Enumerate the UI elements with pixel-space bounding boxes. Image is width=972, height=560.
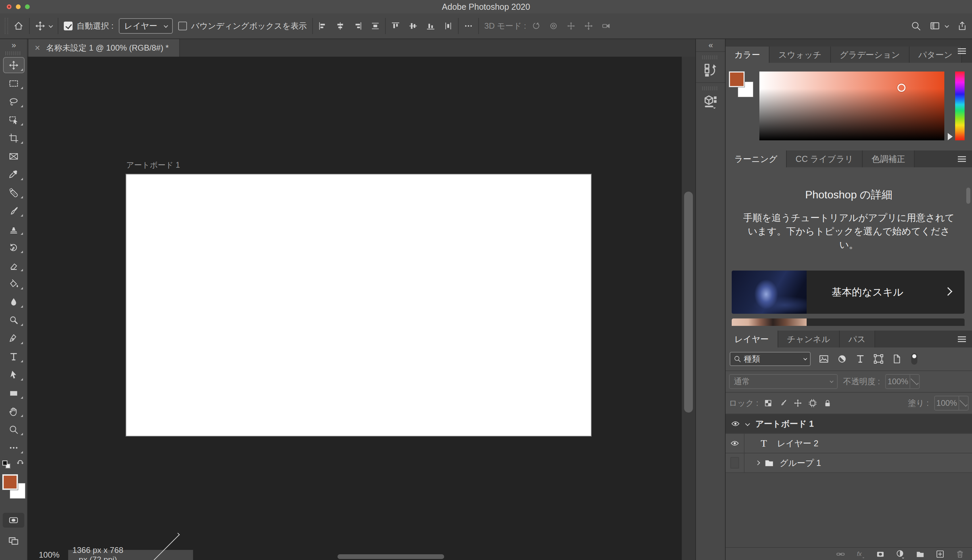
object-selection-tool[interactable] xyxy=(0,111,27,129)
default-colors-icon[interactable] xyxy=(2,460,10,468)
swap-colors-icon[interactable] xyxy=(16,460,25,469)
tab-adjustments[interactable]: 色調補正 xyxy=(863,150,915,167)
tab-paths[interactable]: パス xyxy=(840,331,875,347)
document-tab[interactable]: × 名称未設定 1 @ 100% (RGB/8#) * xyxy=(29,39,180,57)
quick-mask-mode-button[interactable] xyxy=(3,513,24,528)
auto-select-checkbox[interactable] xyxy=(64,22,73,30)
foreground-color-swatch[interactable] xyxy=(729,72,745,87)
vertical-scrollbar[interactable] xyxy=(682,57,695,560)
3d-slide-icon[interactable] xyxy=(584,22,593,30)
layer-filtering-toggle[interactable] xyxy=(911,353,917,365)
hue-slider[interactable] xyxy=(955,72,965,140)
screen-mode-button[interactable] xyxy=(8,535,19,546)
visibility-cell[interactable] xyxy=(726,453,745,472)
show-bounding-box-checkbox[interactable] xyxy=(178,22,187,30)
link-layers-icon[interactable] xyxy=(836,550,845,558)
dodge-tool[interactable] xyxy=(0,311,27,329)
eraser-tool[interactable] xyxy=(0,257,27,275)
vertical-scrollbar-thumb[interactable] xyxy=(684,192,693,413)
brush-tool[interactable] xyxy=(0,202,27,220)
saturation-brightness-field[interactable] xyxy=(759,72,944,140)
tab-swatches[interactable]: スウォッチ xyxy=(770,47,831,63)
visibility-eye-icon[interactable] xyxy=(730,439,739,448)
tab-gradients[interactable]: グラデーション xyxy=(831,47,910,63)
lock-all-icon[interactable] xyxy=(823,399,832,408)
eyedropper-tool[interactable] xyxy=(0,165,27,183)
3d-pan-icon[interactable] xyxy=(567,22,575,30)
horizontal-scrollbar-thumb[interactable] xyxy=(337,554,444,559)
align-vertical-center-icon[interactable] xyxy=(409,22,418,30)
lock-image-pixels-icon[interactable] xyxy=(778,399,787,408)
crop-tool[interactable] xyxy=(0,129,27,147)
filter-smart-objects-icon[interactable] xyxy=(892,354,902,364)
close-window-button[interactable] xyxy=(7,4,12,9)
home-button[interactable] xyxy=(13,21,23,31)
move-tool[interactable] xyxy=(0,56,27,74)
spot-healing-brush-tool[interactable] xyxy=(0,183,27,202)
new-adjustment-layer-icon[interactable] xyxy=(896,550,905,558)
learning-scrollbar-thumb[interactable] xyxy=(966,188,970,204)
lock-position-icon[interactable] xyxy=(793,399,802,408)
clone-stamp-tool[interactable] xyxy=(0,220,27,238)
new-group-icon[interactable] xyxy=(916,550,925,558)
filter-pixel-layers-icon[interactable] xyxy=(819,354,829,364)
tab-patterns[interactable]: パターン xyxy=(910,47,962,63)
auto-select-target-dropdown[interactable]: レイヤー xyxy=(119,18,173,34)
close-document-icon[interactable]: × xyxy=(35,43,40,53)
tab-learn[interactable]: ラーニング xyxy=(726,150,787,167)
path-selection-tool[interactable] xyxy=(0,366,27,384)
tab-color[interactable]: カラー xyxy=(726,47,770,63)
distribute-vertical-icon[interactable] xyxy=(444,22,453,30)
fill-input[interactable]: 100% xyxy=(934,396,969,410)
align-left-icon[interactable] xyxy=(318,22,327,30)
distribute-horizontal-icon[interactable] xyxy=(371,22,380,30)
tool-preset-picker[interactable] xyxy=(35,21,52,31)
artboard-canvas[interactable] xyxy=(125,174,592,437)
share-button[interactable] xyxy=(957,21,967,31)
layer-style-fx-icon[interactable]: fx xyxy=(856,550,865,558)
3d-roll-icon[interactable] xyxy=(549,22,558,30)
learning-card-partial[interactable] xyxy=(732,318,965,326)
zoom-tool[interactable] xyxy=(0,420,27,438)
3d-camera-icon[interactable] xyxy=(602,22,611,30)
color-field-cursor[interactable] xyxy=(897,84,905,92)
layer-row[interactable]: グループ 1 xyxy=(726,453,972,473)
canvas-area[interactable]: アートボード 1 100% 1366 px x 768 px (72 ppi) xyxy=(28,57,695,560)
more-align-options-button[interactable] xyxy=(464,22,473,30)
pen-tool[interactable] xyxy=(0,329,27,347)
add-layer-mask-icon[interactable] xyxy=(876,550,885,558)
tab-cc-libraries[interactable]: CC ライブラリ xyxy=(787,150,863,167)
filter-adjustment-layers-icon[interactable] xyxy=(837,354,847,364)
hand-tool[interactable] xyxy=(0,402,27,420)
delete-layer-icon[interactable] xyxy=(955,550,965,558)
zoom-level[interactable]: 100% xyxy=(39,550,59,560)
type-tool[interactable] xyxy=(0,347,27,366)
align-top-icon[interactable] xyxy=(391,22,400,30)
panel-menu-icon[interactable] xyxy=(958,48,966,55)
expand-chevron-icon[interactable] xyxy=(745,422,750,426)
edit-toolbar[interactable] xyxy=(0,438,27,457)
align-right-icon[interactable] xyxy=(353,22,362,30)
lasso-tool[interactable] xyxy=(0,92,27,111)
align-horizontal-center-icon[interactable] xyxy=(336,22,345,30)
hue-slider-arrow[interactable] xyxy=(948,133,953,140)
rectangular-marquee-tool[interactable] xyxy=(0,74,27,92)
lock-artboard-nesting-icon[interactable] xyxy=(808,399,817,408)
foreground-color-swatch[interactable] xyxy=(2,474,18,490)
layer-row[interactable]: Tレイヤー 2 xyxy=(726,434,972,453)
frame-tool[interactable] xyxy=(0,147,27,165)
search-button[interactable] xyxy=(911,21,921,31)
lock-transparent-pixels-icon[interactable] xyxy=(764,399,773,408)
tab-layers[interactable]: レイヤー xyxy=(726,331,778,347)
tab-channels[interactable]: チャンネル xyxy=(778,331,840,347)
history-brush-tool[interactable] xyxy=(0,238,27,257)
blur-tool[interactable] xyxy=(0,293,27,311)
visibility-eye-icon[interactable] xyxy=(731,419,740,428)
blend-mode-dropdown[interactable]: 通常 xyxy=(729,374,838,389)
visibility-empty-box[interactable] xyxy=(730,457,739,468)
toolbar-expand-chevrons[interactable]: » xyxy=(0,39,27,50)
minimize-window-button[interactable] xyxy=(16,4,21,9)
expand-chevron-icon[interactable] xyxy=(755,460,760,465)
3d-panel-icon[interactable] xyxy=(703,94,718,108)
panel-menu-icon[interactable] xyxy=(958,156,966,163)
